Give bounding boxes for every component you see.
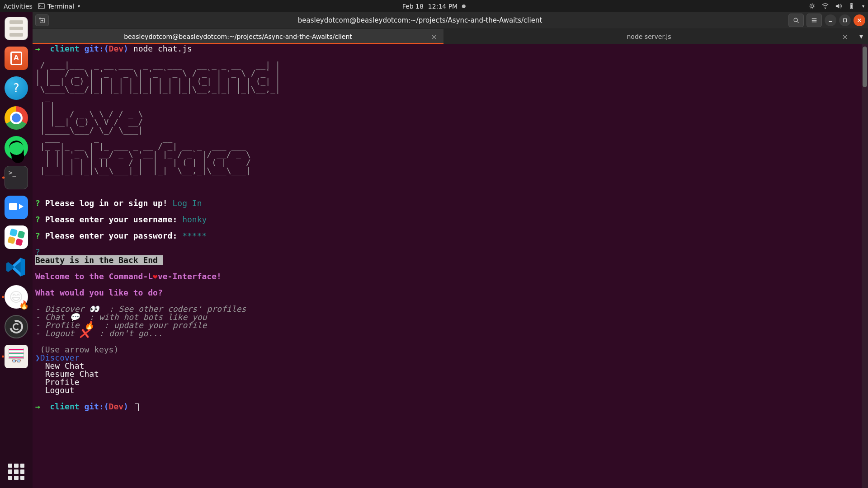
running-indicator-icon: [2, 296, 4, 298]
terminal-icon: [38, 3, 45, 9]
emoji-app-icon[interactable]: 😄: [5, 285, 28, 309]
svg-line-7: [814, 8, 814, 8]
slack-app-icon[interactable]: [5, 225, 28, 249]
terminal-output: → client git:(Dev) node chat.js / ___|__…: [35, 45, 865, 411]
close-button[interactable]: [854, 14, 865, 26]
tab-label: beasleydotcom@beasleydotcom:~/projects/A…: [124, 33, 352, 40]
svg-line-9: [814, 4, 814, 5]
tab-server[interactable]: node server.js ×: [443, 29, 854, 44]
svg-point-15: [794, 18, 797, 22]
svg-rect-0: [38, 4, 44, 9]
system-status-area[interactable]: ▾: [809, 3, 864, 9]
scrollbar-thumb[interactable]: [863, 47, 867, 87]
chevron-down-icon: ▾: [78, 4, 80, 9]
running-indicator-icon: [2, 177, 5, 179]
software-center-icon[interactable]: [5, 47, 28, 70]
tab-close-button[interactable]: ×: [842, 32, 848, 41]
chevron-down-icon: ▾: [862, 4, 864, 9]
clock-area[interactable]: Feb 18 12:14 PM: [402, 3, 466, 10]
files-app-icon[interactable]: [5, 17, 28, 40]
notification-dot-icon: [462, 5, 466, 8]
spotify-app-icon[interactable]: [5, 136, 28, 160]
ubuntu-dock: ? 😄 👓: [0, 12, 33, 488]
maximize-button[interactable]: [839, 14, 851, 26]
window-titlebar: beasleydotcom@beasleydotcom:~/projects/A…: [33, 12, 868, 29]
document-viewer-icon[interactable]: 👓: [5, 345, 28, 368]
terminal-app-icon[interactable]: [5, 166, 28, 189]
terminal-viewport[interactable]: → client git:(Dev) node chat.js / ___|__…: [33, 44, 868, 488]
tab-label: node server.js: [627, 33, 671, 40]
obs-app-icon[interactable]: [5, 315, 28, 338]
svg-point-1: [811, 5, 814, 8]
svg-rect-18: [844, 19, 847, 22]
search-icon: [793, 17, 799, 23]
close-icon: [856, 17, 863, 23]
show-applications-button[interactable]: [8, 464, 24, 480]
zoom-app-icon[interactable]: [5, 196, 28, 219]
terminal-window: beasleydotcom@beasleydotcom:~/projects/A…: [33, 12, 868, 488]
svg-line-6: [810, 4, 811, 5]
hamburger-icon: [811, 17, 817, 23]
chrome-app-icon[interactable]: [5, 106, 28, 130]
svg-point-10: [825, 8, 826, 9]
gnome-top-bar: Activities Terminal ▾ Feb 18 12:14 PM ▾: [0, 0, 868, 12]
svg-line-8: [810, 8, 811, 8]
tab-client[interactable]: beasleydotcom@beasleydotcom:~/projects/A…: [33, 29, 443, 44]
svg-line-16: [797, 22, 799, 23]
scrollbar[interactable]: [862, 44, 868, 488]
hamburger-menu-button[interactable]: [807, 14, 822, 27]
tab-dropdown-button[interactable]: ▾: [854, 29, 868, 44]
activities-button[interactable]: Activities: [4, 3, 33, 10]
tab-strip: beasleydotcom@beasleydotcom:~/projects/A…: [33, 29, 868, 44]
window-title: beasleydotcom@beasleydotcom:~/projects/A…: [52, 16, 788, 24]
minimize-button[interactable]: [825, 14, 836, 26]
battery-icon: [848, 3, 855, 9]
wifi-icon: [822, 3, 829, 9]
brightness-icon: [809, 3, 816, 9]
new-tab-button[interactable]: [35, 14, 49, 26]
minimize-icon: [827, 17, 834, 23]
search-button[interactable]: [788, 14, 804, 27]
cursor-icon: [135, 404, 139, 411]
running-indicator-icon: [2, 356, 4, 358]
vscode-app-icon[interactable]: [5, 255, 28, 279]
app-menu-button[interactable]: Terminal ▾: [38, 3, 80, 10]
volume-icon: [835, 3, 842, 9]
maximize-icon: [842, 17, 848, 23]
svg-rect-13: [851, 5, 853, 8]
svg-rect-12: [851, 3, 852, 3]
help-app-icon[interactable]: ?: [5, 76, 28, 100]
tab-close-button[interactable]: ×: [431, 32, 437, 41]
